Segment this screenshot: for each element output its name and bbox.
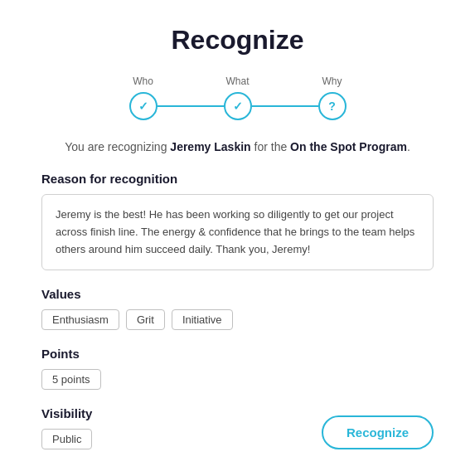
description-suffix: . — [407, 140, 410, 153]
page-title: Recognize — [41, 25, 434, 56]
step-who: Who — [129, 75, 158, 120]
check-icon-who — [138, 100, 148, 113]
stepper: Who What Why — [41, 75, 434, 120]
tag-points: 5 points — [41, 369, 101, 390]
step-why: Why — [318, 75, 347, 120]
recognition-description: You are recognizing Jeremy Laskin for th… — [41, 140, 434, 153]
step-what-circle — [224, 92, 252, 120]
reason-title: Reason for recognition — [41, 172, 434, 186]
values-title: Values — [41, 287, 434, 301]
check-icon-what — [233, 100, 243, 113]
tag-visibility: Public — [41, 429, 92, 449]
description-person: Jeremy Laskin — [170, 140, 250, 153]
tag-enthusiasm: Enthusiasm — [41, 309, 119, 330]
step-line-2 — [252, 105, 318, 107]
tag-grit: Grit — [126, 309, 165, 330]
step-what: What — [224, 75, 252, 120]
description-middle: for the — [251, 140, 290, 153]
values-tags: Enthusiasm Grit Initiative — [41, 309, 434, 330]
reason-text: Jeremy is the best! He has been working … — [41, 194, 434, 270]
main-card: Recognize Who What Why You are recognizi… — [0, 0, 475, 476]
step-why-label: Why — [322, 75, 342, 87]
reason-section: Reason for recognition Jeremy is the bes… — [41, 172, 434, 270]
description-program: On the Spot Program — [290, 140, 407, 153]
description-prefix: You are recognizing — [65, 140, 170, 153]
values-section: Values Enthusiasm Grit Initiative — [41, 287, 434, 330]
points-title: Points — [41, 347, 434, 361]
step-what-label: What — [225, 75, 249, 87]
points-tags: 5 points — [41, 369, 434, 390]
visibility-section: Visibility Public — [41, 406, 92, 449]
step-who-circle — [129, 92, 158, 120]
tag-initiative: Initiative — [172, 309, 233, 330]
visibility-title: Visibility — [41, 406, 92, 420]
step-why-circle — [318, 92, 347, 120]
step-line-1 — [158, 105, 224, 107]
visibility-tags: Public — [41, 429, 92, 449]
bottom-row: Visibility Public Recognize — [41, 406, 434, 449]
question-icon-why — [328, 100, 336, 113]
points-section: Points 5 points — [41, 347, 434, 390]
step-who-label: Who — [133, 75, 153, 87]
recognize-button[interactable]: Recognize — [322, 415, 434, 449]
